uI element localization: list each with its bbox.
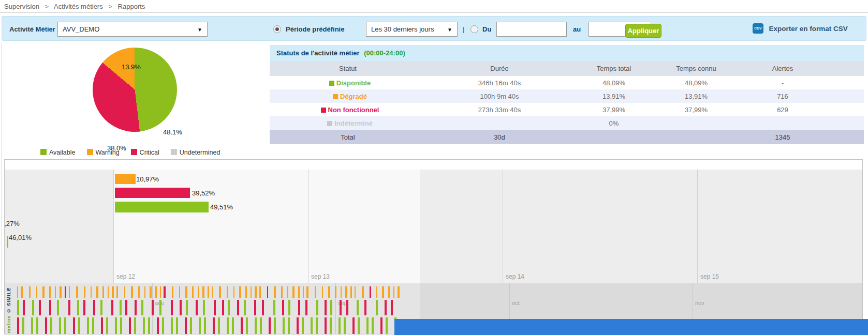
status-tick <box>135 300 137 315</box>
legend-swatch-available <box>40 149 47 155</box>
legend-swatch-undetermined <box>171 149 177 155</box>
apply-button[interactable]: Appliquer <box>625 24 661 38</box>
status-tick <box>213 317 215 334</box>
status-swatch <box>329 81 334 86</box>
status-tick <box>108 286 109 298</box>
breadcrumb-activites-metiers[interactable]: Activités métiers <box>54 3 103 10</box>
status-tick <box>171 300 173 315</box>
status-tick <box>340 300 342 315</box>
status-tick <box>305 300 307 315</box>
status-tick <box>393 286 394 298</box>
status-tick <box>112 286 114 298</box>
table-row-indetermine: Indéterminé 0% <box>270 116 864 130</box>
status-tick <box>322 286 323 298</box>
from-label: Du <box>482 25 491 33</box>
status-swatch <box>333 94 338 99</box>
status-tick <box>68 300 70 315</box>
status-tick <box>241 317 243 334</box>
timeline-bar-warning[interactable] <box>115 174 136 184</box>
day-gridline <box>697 170 698 283</box>
status-tick <box>171 317 173 334</box>
status-tick <box>65 286 66 298</box>
status-tick <box>372 317 374 334</box>
status-tick <box>283 317 285 334</box>
status-tick <box>306 286 308 298</box>
status-tick <box>131 286 133 298</box>
status-tick <box>185 317 187 334</box>
status-tick <box>315 286 316 298</box>
period-select[interactable]: Les 30 derniers jours ▼ <box>366 22 458 37</box>
status-tick <box>17 300 19 315</box>
status-tick <box>287 286 288 298</box>
status-tick <box>186 300 188 315</box>
tick-row-available <box>5 317 420 334</box>
col-statut: Statut <box>270 61 426 76</box>
status-tick <box>267 286 268 298</box>
status-tick <box>49 300 51 315</box>
status-tick <box>325 317 327 334</box>
chevron-down-icon: ▼ <box>447 27 452 33</box>
status-tick <box>382 286 384 298</box>
table-row-total: Total 30d 1345 <box>270 130 864 144</box>
status-tick <box>77 300 79 315</box>
status-tick <box>281 286 283 298</box>
status-tick <box>330 317 332 334</box>
status-tick <box>364 300 366 315</box>
status-tick <box>148 317 150 334</box>
export-csv-link[interactable]: CSV Exporter en format CSV <box>753 23 848 34</box>
period-select-value: Les 30 derniers jours <box>371 25 434 33</box>
chevron-down-icon: ▼ <box>197 27 202 33</box>
activity-select[interactable]: AVV_DEMO ▼ <box>57 22 208 37</box>
status-tick <box>36 317 38 334</box>
pie-chart[interactable] <box>93 48 177 132</box>
timeline-bar-critical[interactable] <box>115 188 190 198</box>
day-gridline <box>113 170 114 283</box>
status-tick <box>150 286 152 298</box>
status-tick <box>115 317 117 334</box>
status-tick <box>245 286 247 298</box>
from-date-input[interactable] <box>496 22 567 37</box>
activity-label: Activité Métier <box>9 25 55 33</box>
status-tick <box>199 317 201 334</box>
breadcrumb-rapports[interactable]: Rapports <box>118 3 145 10</box>
status-tick <box>251 286 252 298</box>
watermark-timeline-text: Timeline <box>6 313 11 334</box>
col-temps-total: Temps total <box>573 61 655 76</box>
status-tick <box>83 300 85 315</box>
table-header-row: Statut Durée Temps total Temps connu Ale… <box>270 61 864 76</box>
status-tick <box>352 317 355 334</box>
status-swatch <box>321 108 326 113</box>
custom-period-radio[interactable] <box>470 25 478 33</box>
breadcrumb-supervision[interactable]: Supervision <box>4 3 39 10</box>
status-tick <box>116 286 118 298</box>
status-tick <box>273 300 275 315</box>
status-tick <box>227 286 228 298</box>
status-tick <box>162 317 164 334</box>
status-tick <box>203 300 205 315</box>
status-tick <box>391 300 393 315</box>
status-tick <box>303 286 304 298</box>
clipped-bar-stub <box>7 236 8 248</box>
legend-swatch-critical <box>131 149 137 155</box>
status-tick <box>102 286 104 298</box>
day-label-sep15: sep 15 <box>697 273 719 280</box>
timeline-bar-available[interactable] <box>115 202 209 212</box>
status-tick <box>59 317 61 334</box>
status-tick <box>298 286 300 298</box>
predefined-period-radio[interactable] <box>273 25 281 33</box>
legend-item-critical: Critical <box>131 149 159 156</box>
status-tick <box>101 317 103 334</box>
status-tick <box>341 286 342 298</box>
month-label-oct: oct <box>509 300 520 306</box>
to-label: au <box>573 25 581 33</box>
timeline-main-band[interactable]: sep 12 sep 13 sep 14 sep 15 10,97% 39,52… <box>5 170 863 283</box>
status-tick <box>255 317 257 334</box>
status-tick <box>91 286 92 298</box>
legend-swatch-warning <box>87 149 93 155</box>
status-tick <box>218 317 220 334</box>
pie-label-available: 48.1% <box>163 128 182 136</box>
status-tick <box>274 317 276 334</box>
status-tick <box>302 317 304 334</box>
status-tick <box>192 286 194 298</box>
watermark-simile-text: © SIMILE <box>6 287 11 314</box>
